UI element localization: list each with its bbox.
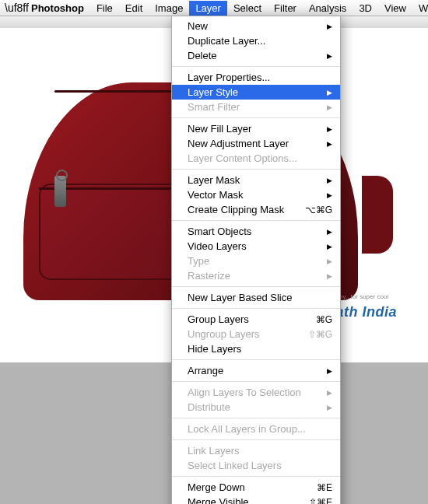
menu-item-hide-layers[interactable]: Hide Layers [172, 341, 340, 356]
menu-separator [172, 359, 340, 360]
submenu-arrow-icon: ▶ [319, 125, 332, 133]
menu-window[interactable]: Window [412, 1, 428, 16]
menu-photoshop[interactable]: Photoshop [25, 1, 90, 16]
submenu-arrow-icon: ▶ [319, 389, 332, 397]
menu-separator [172, 66, 340, 67]
menu-item-delete[interactable]: Delete▶ [172, 48, 340, 63]
menu-item-new[interactable]: New▶ [172, 19, 340, 33]
submenu-arrow-icon: ▶ [319, 272, 332, 280]
menu-separator [172, 286, 340, 287]
menu-filter[interactable]: Filter [268, 1, 303, 16]
menu-item-lock-all-layers-in-group: Lock All Layers in Group... [172, 422, 340, 436]
menu-item-layer-content-options: Layer Content Options... [172, 151, 340, 166]
submenu-arrow-icon: ▶ [319, 103, 332, 111]
submenu-arrow-icon: ▶ [319, 257, 332, 265]
submenu-arrow-icon: ▶ [319, 243, 332, 250]
menu-separator [172, 169, 340, 170]
menu-item-layer-properties[interactable]: Layer Properties... [172, 70, 340, 85]
menu-item-link-layers: Link Layers [172, 443, 340, 458]
menu-item-type: Type▶ [172, 254, 340, 268]
menu-item-merge-visible[interactable]: Merge Visible⇧⌘E [172, 495, 340, 504]
menu-select[interactable]: Select [227, 1, 268, 16]
menu-3d[interactable]: 3D [353, 1, 378, 16]
menu-image[interactable]: Image [149, 1, 189, 16]
apple-menu-icon[interactable]: \uf8ff [0, 2, 25, 14]
submenu-arrow-icon: ▶ [319, 191, 332, 199]
menu-separator [172, 418, 340, 418]
menu-separator [172, 220, 340, 221]
submenu-arrow-icon: ▶ [319, 404, 332, 411]
menu-item-smart-objects[interactable]: Smart Objects▶ [172, 224, 340, 239]
menu-item-new-adjustment-layer[interactable]: New Adjustment Layer▶ [172, 136, 340, 151]
menu-item-duplicate-layer[interactable]: Duplicate Layer... [172, 33, 340, 48]
menu-separator [172, 439, 340, 440]
submenu-arrow-icon: ▶ [319, 23, 332, 30]
menu-item-vector-mask[interactable]: Vector Mask▶ [172, 187, 340, 202]
menu-analysis[interactable]: Analysis [303, 1, 353, 16]
menu-item-align-layers-to-selection: Align Layers To Selection▶ [172, 385, 340, 400]
menu-item-layer-mask[interactable]: Layer Mask▶ [172, 173, 340, 187]
menu-item-layer-style[interactable]: Layer Style▶ [172, 85, 340, 100]
menu-item-merge-down[interactable]: Merge Down⌘E [172, 480, 340, 495]
menu-edit[interactable]: Edit [119, 1, 149, 16]
menu-separator [172, 117, 340, 118]
menu-item-smart-filter: Smart Filter▶ [172, 100, 340, 114]
menu-item-create-clipping-mask[interactable]: Create Clipping Mask⌥⌘G [172, 202, 340, 217]
submenu-arrow-icon: ▶ [319, 89, 332, 96]
menu-item-arrange[interactable]: Arrange▶ [172, 363, 340, 378]
menu-separator [172, 476, 340, 477]
menu-item-video-layers[interactable]: Video Layers▶ [172, 239, 340, 254]
menu-separator [172, 381, 340, 382]
menu-view[interactable]: View [378, 1, 412, 16]
layer-menu-dropdown: New▶Duplicate Layer...Delete▶Layer Prope… [171, 16, 341, 504]
menubar: \uf8ff PhotoshopFileEditImageLayerSelect… [0, 0, 428, 16]
menu-layer[interactable]: Layer [189, 1, 227, 16]
menu-item-rasterize: Rasterize▶ [172, 268, 340, 283]
menu-file[interactable]: File [90, 1, 119, 16]
menu-separator [172, 308, 340, 309]
menu-item-ungroup-layers: Ungroup Layers⇧⌘G [172, 327, 340, 341]
submenu-arrow-icon: ▶ [319, 140, 332, 148]
menu-item-select-linked-layers: Select Linked Layers [172, 458, 340, 473]
submenu-arrow-icon: ▶ [319, 228, 332, 236]
menu-item-new-fill-layer[interactable]: New Fill Layer▶ [172, 121, 340, 136]
submenu-arrow-icon: ▶ [319, 52, 332, 60]
menu-item-group-layers[interactable]: Group Layers⌘G [172, 312, 340, 327]
submenu-arrow-icon: ▶ [319, 177, 332, 184]
menu-item-new-layer-based-slice[interactable]: New Layer Based Slice [172, 290, 340, 305]
submenu-arrow-icon: ▶ [319, 367, 332, 375]
menu-item-distribute: Distribute▶ [172, 400, 340, 415]
